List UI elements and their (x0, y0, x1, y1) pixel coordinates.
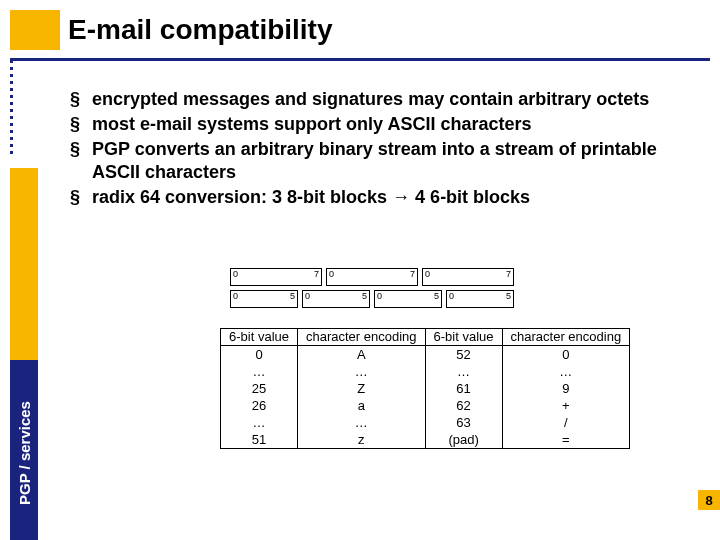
encoding-table-wrap: 6-bit value character encoding 6-bit val… (220, 328, 630, 449)
bullet-item: most e-mail systems support only ASCII c… (70, 113, 702, 136)
byte-box: 07 (230, 268, 322, 286)
page-number: 8 (698, 490, 720, 510)
bit-index-right: 5 (506, 291, 511, 301)
cell: 25 (221, 380, 298, 397)
sidebar-label: PGP / services (10, 360, 38, 540)
table-header-row: 6-bit value character encoding 6-bit val… (221, 329, 630, 346)
table-row: 51 z (pad) = (221, 431, 630, 449)
bit-index-left: 0 (377, 291, 382, 301)
title-underline (10, 58, 710, 61)
bit-index-left: 0 (329, 269, 334, 279)
cell: 51 (221, 431, 298, 449)
col-header: character encoding (297, 329, 425, 346)
table-body: 0 A 52 0 … … … … 25 Z 61 9 (221, 345, 630, 448)
cell: … (221, 414, 298, 431)
col-header: character encoding (502, 329, 630, 346)
cell: … (221, 363, 298, 380)
cell: 61 (425, 380, 502, 397)
cell: + (502, 397, 630, 414)
bit-index-right: 7 (314, 269, 319, 279)
bit-index-right: 7 (410, 269, 415, 279)
cell: A (297, 345, 425, 363)
bit-index-right: 5 (290, 291, 295, 301)
byte-box: 07 (326, 268, 418, 286)
cell: (pad) (425, 431, 502, 449)
cell: 26 (221, 397, 298, 414)
sextet-box: 05 (302, 290, 370, 308)
cell: … (297, 363, 425, 380)
bullet-item: encrypted messages and signatures may co… (70, 88, 702, 111)
diagram-row-6bit: 05 05 05 05 (230, 290, 530, 308)
sextet-box: 05 (446, 290, 514, 308)
bullet-item: PGP converts an arbitrary binary stream … (70, 138, 702, 184)
table-row: 25 Z 61 9 (221, 380, 630, 397)
slide-title: E-mail compatibility (68, 14, 333, 46)
encoding-table: 6-bit value character encoding 6-bit val… (220, 328, 630, 449)
bit-index-left: 0 (449, 291, 454, 301)
cell: 62 (425, 397, 502, 414)
content-area: encrypted messages and signatures may co… (70, 88, 702, 211)
bit-index-left: 0 (233, 291, 238, 301)
title-accent-square (10, 10, 60, 50)
bit-index-right: 5 (362, 291, 367, 301)
cell: 52 (425, 345, 502, 363)
title-block: E-mail compatibility (10, 10, 333, 50)
cell: 63 (425, 414, 502, 431)
cell: Z (297, 380, 425, 397)
sextet-box: 05 (230, 290, 298, 308)
cell: … (297, 414, 425, 431)
col-header: 6-bit value (221, 329, 298, 346)
bit-diagram: 07 07 07 05 05 05 05 (230, 268, 530, 312)
cell: 0 (221, 345, 298, 363)
cell: … (502, 363, 630, 380)
sextet-box: 05 (374, 290, 442, 308)
table-row: … … 63 / (221, 414, 630, 431)
bullet-list: encrypted messages and signatures may co… (70, 88, 702, 209)
bullet-item: radix 64 conversion: 3 8-bit blocks → 4 … (70, 186, 702, 209)
col-header: 6-bit value (425, 329, 502, 346)
bit-index-left: 0 (233, 269, 238, 279)
cell: 9 (502, 380, 630, 397)
byte-box: 07 (422, 268, 514, 286)
cell: 0 (502, 345, 630, 363)
bit-index-left: 0 (425, 269, 430, 279)
diagram-row-8bit: 07 07 07 (230, 268, 530, 286)
cell: z (297, 431, 425, 449)
title-bar: E-mail compatibility (0, 10, 720, 60)
sidebar-dots (10, 60, 13, 160)
bit-index-right: 5 (434, 291, 439, 301)
table-row: 0 A 52 0 (221, 345, 630, 363)
bit-index-left: 0 (305, 291, 310, 301)
bit-index-right: 7 (506, 269, 511, 279)
table-row: … … … … (221, 363, 630, 380)
cell: = (502, 431, 630, 449)
cell: … (425, 363, 502, 380)
table-row: 26 a 62 + (221, 397, 630, 414)
cell: / (502, 414, 630, 431)
slide: E-mail compatibility PGP / services encr… (0, 0, 720, 540)
cell: a (297, 397, 425, 414)
sidebar: PGP / services (0, 60, 48, 540)
